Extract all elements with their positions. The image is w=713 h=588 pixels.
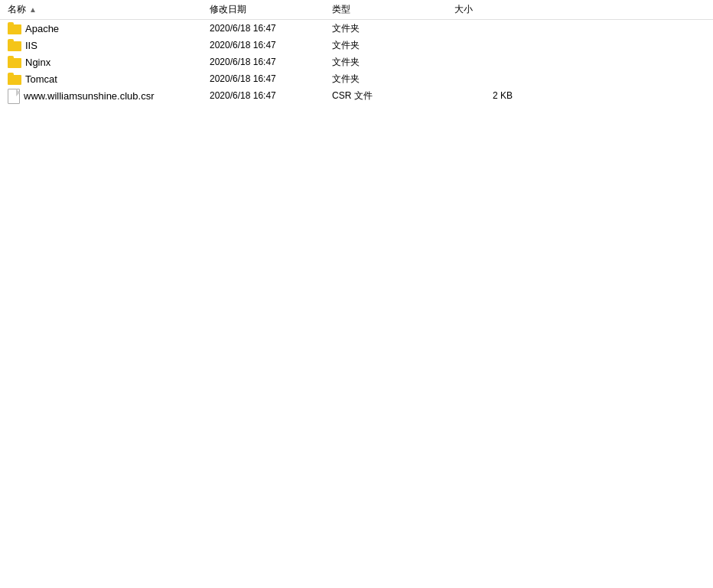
- file-name-cell: Nginx: [0, 56, 207, 68]
- file-size-cell: 2 KB: [451, 90, 528, 101]
- file-list: Apache 2020/6/18 16:47 文件夹 IIS 2020/6/18…: [0, 20, 713, 104]
- file-date-cell: 2020/6/18 16:47: [207, 23, 329, 34]
- file-type-cell: CSR 文件: [329, 89, 451, 102]
- file-date-cell: 2020/6/18 16:47: [207, 73, 329, 84]
- header-date-col[interactable]: 修改日期: [207, 3, 329, 16]
- folder-icon: [8, 73, 21, 85]
- header-size-label: 大小: [454, 4, 473, 15]
- file-icon: [8, 89, 20, 102]
- header-type-label: 类型: [332, 4, 350, 15]
- file-name-label: Tomcat: [25, 73, 57, 85]
- sort-arrow-icon: ▲: [29, 5, 37, 14]
- header-type-col[interactable]: 类型: [329, 3, 451, 16]
- table-row[interactable]: Apache 2020/6/18 16:47 文件夹: [0, 20, 713, 37]
- table-row[interactable]: Nginx 2020/6/18 16:47 文件夹: [0, 54, 713, 70]
- file-type-cell: 文件夹: [329, 39, 451, 52]
- header-size-col[interactable]: 大小: [451, 3, 528, 16]
- file-type-cell: 文件夹: [329, 73, 451, 86]
- file-type-cell: 文件夹: [329, 56, 451, 69]
- file-name-label: Apache: [25, 23, 59, 34]
- file-name-cell: Tomcat: [0, 73, 207, 85]
- folder-icon: [8, 22, 21, 34]
- file-name-cell: www.williamsunshine.club.csr: [0, 89, 207, 102]
- file-name-label: www.williamsunshine.club.csr: [24, 90, 155, 102]
- file-date-cell: 2020/6/18 16:47: [207, 90, 329, 101]
- file-name-label: IIS: [25, 40, 37, 51]
- table-header: 名称 ▲ 修改日期 类型 大小: [0, 0, 713, 20]
- header-date-label: 修改日期: [210, 4, 246, 15]
- folder-icon: [8, 39, 21, 51]
- file-type-cell: 文件夹: [329, 22, 451, 35]
- file-date-cell: 2020/6/18 16:47: [207, 40, 329, 50]
- header-name-label: 名称: [8, 3, 26, 16]
- table-row[interactable]: www.williamsunshine.club.csr 2020/6/18 1…: [0, 87, 713, 104]
- file-name-cell: IIS: [0, 39, 207, 51]
- header-name-col[interactable]: 名称 ▲: [0, 3, 207, 16]
- table-row[interactable]: IIS 2020/6/18 16:47 文件夹: [0, 37, 713, 54]
- file-explorer: 名称 ▲ 修改日期 类型 大小 Apache 2020/6/18 16:47 文…: [0, 0, 713, 588]
- folder-icon: [8, 56, 21, 68]
- file-name-label: Nginx: [25, 57, 50, 68]
- table-row[interactable]: Tomcat 2020/6/18 16:47 文件夹: [0, 70, 713, 87]
- file-date-cell: 2020/6/18 16:47: [207, 57, 329, 67]
- file-name-cell: Apache: [0, 22, 207, 34]
